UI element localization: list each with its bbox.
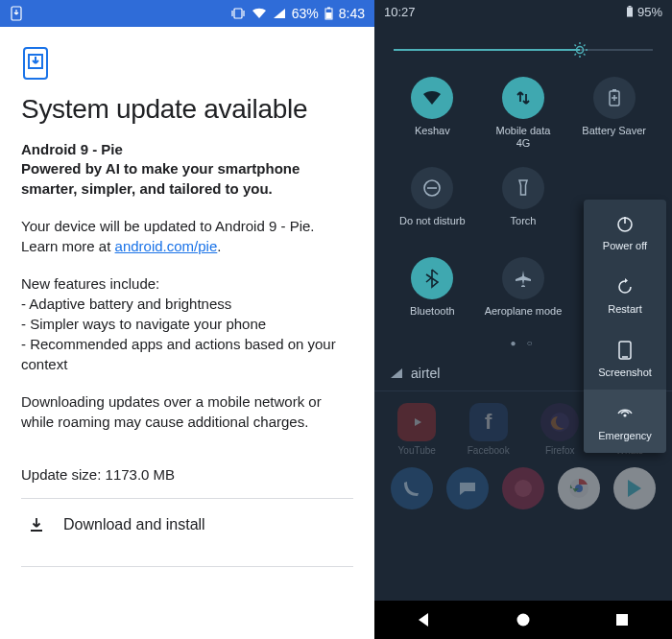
- app-facebook[interactable]: f Facebook: [468, 403, 510, 456]
- tagline: Powered by AI to make your smartphone sm…: [21, 159, 353, 199]
- screenshot-icon: [617, 340, 633, 361]
- qs-label: Do not disturb: [399, 215, 465, 240]
- svg-rect-1: [234, 9, 242, 18]
- feature-2: - Recommended apps and actions based on …: [21, 334, 353, 374]
- youtube-icon: [397, 403, 436, 441]
- dock-play-store[interactable]: [613, 467, 656, 509]
- qs-label: Mobile data 4G: [496, 125, 551, 150]
- svg-point-9: [577, 47, 584, 54]
- nav-overview[interactable]: [603, 601, 641, 639]
- battery-pct: 95%: [637, 5, 662, 19]
- facebook-icon: f: [469, 403, 508, 441]
- divider: [21, 566, 353, 567]
- dock-gallery[interactable]: [502, 467, 544, 509]
- firefox-icon: [540, 403, 579, 441]
- app-label: Firefox: [545, 445, 575, 456]
- left-phone: 63% 8:43 System update available Android…: [0, 0, 374, 639]
- power-label: Power off: [603, 240, 647, 251]
- status-bar-right: 10:27 95%: [374, 0, 672, 23]
- svg-point-31: [516, 614, 529, 627]
- app-label: Facebook: [468, 445, 510, 456]
- qs-tile-dnd[interactable]: Do not disturb: [390, 167, 475, 240]
- svg-line-15: [584, 54, 586, 56]
- dock-messages[interactable]: [446, 467, 489, 509]
- qs-label: Aeroplane mode: [485, 305, 563, 330]
- svg-rect-19: [612, 89, 616, 91]
- update-size: Update size: 1173.0 MB: [21, 466, 353, 483]
- qs-tile-wifi[interactable]: Keshav: [390, 77, 475, 150]
- features-block: New features include: - Adaptive battery…: [21, 273, 353, 374]
- svg-rect-3: [327, 8, 330, 10]
- torch-icon: [502, 167, 544, 209]
- qs-tile-battery-saver[interactable]: Battery Saver: [571, 77, 657, 150]
- qs-tile-torch[interactable]: Torch: [481, 167, 566, 240]
- app-label: YouTube: [398, 445, 436, 456]
- navigation-bar: [374, 601, 672, 639]
- download-icon: [27, 516, 46, 533]
- feature-0: - Adaptive battery and brightness: [21, 294, 353, 314]
- brightness-thumb-icon: [571, 41, 588, 59]
- battery-pct: 63%: [292, 6, 319, 21]
- feature-1: - Simpler ways to navigate your phone: [21, 314, 353, 334]
- svg-line-14: [575, 45, 577, 47]
- dock: [374, 460, 672, 517]
- features-heading: New features include:: [21, 273, 353, 294]
- wifi-icon: [411, 77, 453, 119]
- intro-paragraph: Your device will be updated to Android 9…: [21, 216, 353, 256]
- qs-tile-bluetooth[interactable]: Bluetooth: [390, 257, 475, 330]
- version-line: Android 9 - Pie: [21, 140, 353, 159]
- nav-back[interactable]: [405, 601, 444, 639]
- dnd-icon: [411, 167, 453, 209]
- svg-point-30: [623, 414, 626, 416]
- power-label: Restart: [608, 303, 641, 315]
- svg-line-16: [575, 54, 577, 56]
- qs-label: Keshav: [415, 125, 450, 150]
- restart-button[interactable]: Restart: [584, 263, 666, 326]
- svg-rect-7: [627, 8, 633, 17]
- nav-home[interactable]: [504, 601, 542, 639]
- power-off-button[interactable]: Power off: [584, 200, 666, 263]
- battery-icon: [324, 7, 333, 20]
- qs-tile-mobile-data[interactable]: Mobile data 4G: [481, 77, 566, 150]
- restart-icon: [615, 276, 635, 297]
- vibrate-icon: [230, 7, 246, 20]
- screenshot-button[interactable]: Screenshot: [584, 326, 666, 390]
- battery-saver-icon: [593, 77, 636, 119]
- power-menu: Power off Restart Screenshot Emergency: [584, 200, 666, 453]
- airplane-icon: [502, 257, 544, 299]
- clock: 10:27: [384, 5, 416, 19]
- dock-phone[interactable]: [391, 467, 433, 509]
- status-bar-left: 63% 8:43: [0, 0, 374, 27]
- qs-label: Bluetooth: [410, 305, 454, 330]
- download-label: Download and install: [63, 516, 205, 533]
- brightness-slider[interactable]: [394, 38, 653, 61]
- signal-icon: [390, 367, 403, 379]
- page-title: System update available: [21, 94, 353, 125]
- download-install-button[interactable]: Download and install: [21, 499, 353, 551]
- svg-rect-4: [325, 12, 331, 19]
- dock-chrome[interactable]: [558, 467, 600, 509]
- update-hero-icon: [21, 46, 353, 81]
- power-label: Screenshot: [598, 367, 652, 378]
- clock: 8:43: [339, 6, 365, 21]
- svg-rect-8: [628, 6, 631, 8]
- qs-label: Torch: [511, 215, 537, 240]
- svg-line-17: [584, 45, 586, 47]
- brightness-fill: [394, 49, 580, 51]
- app-firefox[interactable]: Firefox: [540, 403, 579, 456]
- svg-point-23: [515, 480, 532, 497]
- emergency-icon: [614, 403, 636, 424]
- qs-tile-airplane[interactable]: Aeroplane mode: [481, 257, 566, 330]
- power-label: Emergency: [598, 430, 652, 441]
- app-youtube[interactable]: YouTube: [397, 403, 436, 456]
- wifi-icon: [252, 8, 267, 19]
- system-update-status-icon: [10, 6, 23, 21]
- emergency-button[interactable]: Emergency: [584, 390, 666, 453]
- battery-icon: [626, 6, 634, 17]
- power-icon: [615, 213, 635, 234]
- right-phone: 10:27 95%: [374, 0, 672, 639]
- carrier-name: airtel: [411, 366, 440, 381]
- learn-more-link[interactable]: android.com/pie: [115, 238, 218, 254]
- swap-icon: [502, 77, 544, 119]
- bluetooth-icon: [411, 257, 453, 299]
